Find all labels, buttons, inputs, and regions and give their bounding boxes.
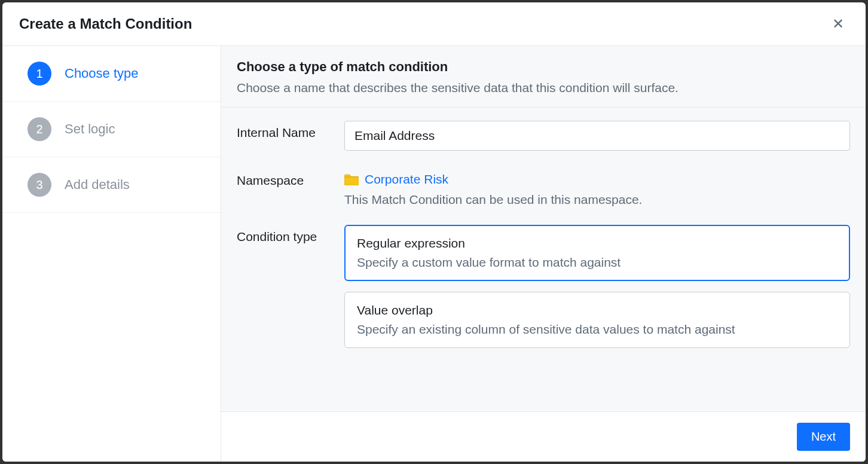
- form-area: Internal Name Namespace Corporate: [221, 108, 866, 411]
- step-add-details[interactable]: 3 Add details: [2, 157, 221, 213]
- step-number-badge: 1: [27, 62, 51, 86]
- option-title: Value overlap: [357, 303, 838, 318]
- next-button[interactable]: Next: [797, 423, 850, 451]
- option-title: Regular expression: [357, 236, 838, 251]
- namespace-link-text: Corporate Risk: [365, 172, 448, 187]
- option-description: Specify an existing column of sensitive …: [357, 322, 838, 337]
- internal-name-label: Internal Name: [237, 121, 344, 140]
- folder-icon: [344, 173, 359, 185]
- step-label: Add details: [65, 177, 130, 193]
- namespace-hint: This Match Condition can be used in this…: [344, 193, 850, 207]
- wizard-sidebar: 1 Choose type 2 Set logic 3 Add details: [2, 46, 221, 462]
- step-choose-type[interactable]: 1 Choose type: [2, 46, 221, 102]
- modal-header: Create a Match Condition ✕: [2, 2, 866, 46]
- main-subtitle: Choose a name that describes the sensiti…: [237, 81, 850, 95]
- condition-type-option-regex[interactable]: Regular expression Specify a custom valu…: [344, 225, 850, 281]
- internal-name-row: Internal Name: [237, 121, 850, 151]
- main-header: Choose a type of match condition Choose …: [221, 46, 866, 108]
- close-button[interactable]: ✕: [827, 14, 849, 33]
- condition-type-label: Condition type: [237, 225, 344, 244]
- close-icon: ✕: [832, 16, 844, 32]
- option-description: Specify a custom value format to match a…: [357, 255, 838, 270]
- create-match-condition-modal: Create a Match Condition ✕ 1 Choose type…: [2, 2, 866, 462]
- modal-footer: Next: [221, 411, 866, 462]
- namespace-row: Namespace Corporate Risk This Match Cond…: [237, 169, 850, 207]
- step-label: Set logic: [65, 121, 115, 137]
- step-label: Choose type: [65, 66, 139, 81]
- modal-body: 1 Choose type 2 Set logic 3 Add details …: [2, 46, 866, 462]
- main-panel: Choose a type of match condition Choose …: [221, 46, 866, 462]
- step-number-badge: 3: [27, 173, 51, 197]
- condition-type-row: Condition type Regular expression Specif…: [237, 225, 850, 359]
- condition-type-option-value-overlap[interactable]: Value overlap Specify an existing column…: [344, 292, 850, 348]
- step-set-logic[interactable]: 2 Set logic: [2, 102, 221, 157]
- step-number-badge: 2: [27, 117, 51, 141]
- modal-title: Create a Match Condition: [19, 16, 192, 32]
- namespace-label: Namespace: [237, 169, 344, 188]
- internal-name-input[interactable]: [344, 121, 850, 151]
- main-title: Choose a type of match condition: [237, 59, 850, 75]
- namespace-link[interactable]: Corporate Risk: [344, 169, 448, 187]
